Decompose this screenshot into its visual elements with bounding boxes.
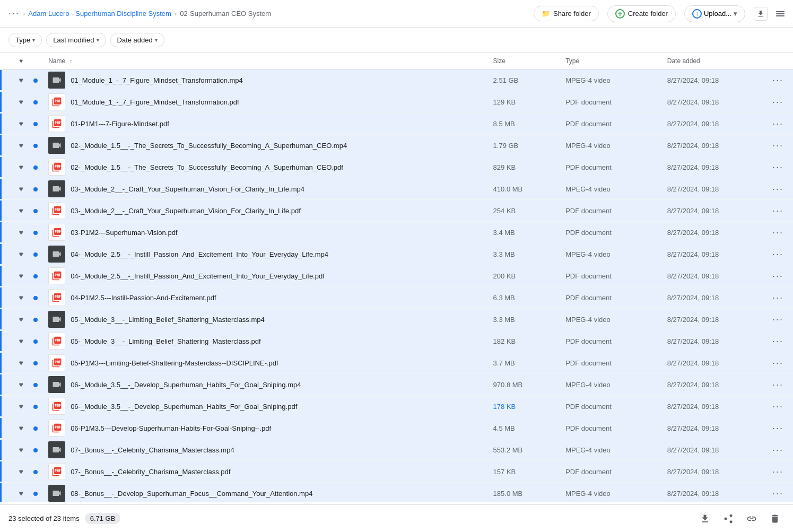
heart-icon[interactable]: ♥ [19, 250, 23, 258]
more-actions-button[interactable]: ··· [769, 335, 787, 348]
selection-dot-cell[interactable] [29, 352, 42, 374]
favorite-cell[interactable]: ♥ [13, 91, 29, 113]
table-row[interactable]: ♥ 06-P1M3.5---Develop-Superhuman-Habits-… [0, 417, 793, 439]
file-actions-cell[interactable]: ··· [763, 265, 793, 287]
file-name-cell[interactable]: 06-_Module_3.5__-_Develop_Superhuman_Hab… [42, 374, 486, 396]
table-row[interactable]: ♥ 04-_Module_2.5__-_Instill_Passion_And_… [0, 243, 793, 265]
table-row[interactable]: ♥ 01_Module_1_-_7_Figure_Mindset_Transfo… [0, 69, 793, 91]
size-column-header[interactable]: Size [487, 53, 560, 69]
more-actions-button[interactable]: ··· [769, 74, 787, 87]
table-row[interactable]: ♥ 06-_Module_3.5__-_Develop_Superhuman_H… [0, 374, 793, 396]
share-folder-button[interactable]: 📁 Share folder [534, 6, 599, 21]
selection-dot-cell[interactable] [29, 91, 42, 113]
favorite-cell[interactable]: ♥ [13, 200, 29, 222]
favorite-cell[interactable]: ♥ [13, 156, 29, 178]
selection-dot-cell[interactable] [29, 287, 42, 309]
file-name-cell[interactable]: 08-_Bonus__-_Develop_Superhuman_Focus__C… [42, 483, 486, 503]
more-actions-button[interactable]: ··· [769, 400, 787, 413]
table-row[interactable]: ♥ 07-_Bonus__-_Celebrity_Charisma_Master… [0, 439, 793, 461]
selection-dot-cell[interactable] [29, 417, 42, 439]
selection-dot-cell[interactable] [29, 265, 42, 287]
file-name-cell[interactable]: 04-P1M2.5---Instill-Passion-And-Exciteme… [42, 287, 486, 309]
table-row[interactable]: ♥ 06-_Module_3.5__-_Develop_Superhuman_H… [0, 396, 793, 417]
file-actions-cell[interactable]: ··· [763, 200, 793, 222]
create-folder-button[interactable]: + Create folder [607, 5, 676, 22]
file-name-cell[interactable]: 03-_Module_2__-_Craft_Your_Superhuman_Vi… [42, 178, 486, 200]
selection-dot-cell[interactable] [29, 69, 42, 91]
type-column-header[interactable]: Type [559, 53, 661, 69]
favorite-cell[interactable]: ♥ [13, 69, 29, 91]
table-row[interactable]: ♥ 05-_Module_3__-_Limiting_Belief_Shatte… [0, 330, 793, 352]
selection-dot-cell[interactable] [29, 113, 42, 135]
table-row[interactable]: ♥ 04-_Module_2.5__-_Instill_Passion_And_… [0, 265, 793, 287]
more-actions-button[interactable]: ··· [769, 291, 787, 304]
more-actions-button[interactable]: ··· [769, 487, 787, 500]
heart-icon[interactable]: ♥ [19, 402, 23, 411]
favorite-cell[interactable]: ♥ [13, 417, 29, 439]
last-modified-filter-button[interactable]: Last modified ▾ [46, 33, 106, 47]
table-row[interactable]: ♥ 05-P1M3---Limiting-Belief-Shattering-M… [0, 352, 793, 374]
file-actions-cell[interactable]: ··· [763, 330, 793, 352]
more-actions-button[interactable]: ··· [769, 269, 787, 283]
table-row[interactable]: ♥ 01_Module_1_-_7_Figure_Mindset_Transfo… [0, 91, 793, 113]
file-actions-cell[interactable]: ··· [763, 69, 793, 91]
heart-icon[interactable]: ♥ [19, 272, 23, 280]
file-actions-cell[interactable]: ··· [763, 439, 793, 461]
selection-dot-cell[interactable] [29, 243, 42, 265]
selection-dot-cell[interactable] [29, 309, 42, 330]
upload-button[interactable]: ↑ Upload... ▾ [684, 5, 745, 22]
favorite-cell[interactable]: ♥ [13, 135, 29, 156]
file-name-cell[interactable]: 01-P1M1---7-Figure-Mindset.pdf [42, 113, 486, 135]
file-name-cell[interactable]: 07-_Bonus__-_Celebrity_Charisma_Mastercl… [42, 439, 486, 461]
selection-dot-cell[interactable] [29, 374, 42, 396]
favorite-cell[interactable]: ♥ [13, 330, 29, 352]
file-actions-cell[interactable]: ··· [763, 352, 793, 374]
file-name-cell[interactable]: 03-_Module_2__-_Craft_Your_Superhuman_Vi… [42, 200, 486, 222]
heart-icon[interactable]: ♥ [19, 446, 23, 454]
heart-icon[interactable]: ♥ [19, 141, 23, 150]
file-name-cell[interactable]: 02-_Module_1.5__-_The_Secrets_To_Success… [42, 156, 486, 178]
selection-dot-cell[interactable] [29, 178, 42, 200]
favorite-cell[interactable]: ♥ [13, 309, 29, 330]
heart-icon[interactable]: ♥ [19, 76, 23, 84]
more-actions-button[interactable]: ··· [769, 443, 787, 457]
file-actions-cell[interactable]: ··· [763, 222, 793, 243]
favorite-cell[interactable]: ♥ [13, 483, 29, 503]
heart-icon[interactable]: ♥ [19, 163, 23, 171]
file-actions-cell[interactable]: ··· [763, 483, 793, 503]
heart-icon[interactable]: ♥ [19, 489, 23, 498]
selection-dot-cell[interactable] [29, 156, 42, 178]
upload-chevron[interactable]: ▾ [734, 10, 737, 18]
file-actions-cell[interactable]: ··· [763, 178, 793, 200]
download-button[interactable] [695, 509, 714, 528]
file-name-cell[interactable]: 06-_Module_3.5__-_Develop_Superhuman_Hab… [42, 396, 486, 417]
selection-dot-cell[interactable] [29, 222, 42, 243]
date-added-filter-button[interactable]: Date added ▾ [110, 33, 164, 47]
favorite-cell[interactable]: ♥ [13, 352, 29, 374]
heart-icon[interactable]: ♥ [19, 206, 23, 215]
table-row[interactable]: ♥ 03-P1M2---Superhuman-Vision.pdf 3.4 MB… [0, 222, 793, 243]
table-row[interactable]: ♥ 04-P1M2.5---Instill-Passion-And-Excite… [0, 287, 793, 309]
file-actions-cell[interactable]: ··· [763, 461, 793, 483]
file-name-cell[interactable]: 06-P1M3.5---Develop-Superhuman-Habits-Fo… [42, 417, 486, 439]
name-column-header[interactable]: Name ↑ [42, 53, 486, 69]
file-name-cell[interactable]: 02-_Module_1.5__-_The_Secrets_To_Success… [42, 135, 486, 156]
heart-icon[interactable]: ♥ [19, 228, 23, 237]
file-actions-cell[interactable]: ··· [763, 396, 793, 417]
selection-dot-cell[interactable] [29, 439, 42, 461]
file-actions-cell[interactable]: ··· [763, 91, 793, 113]
save-to-drive-button[interactable] [754, 7, 768, 21]
delete-button[interactable] [765, 509, 785, 528]
file-name-cell[interactable]: 03-P1M2---Superhuman-Vision.pdf [42, 222, 486, 243]
more-actions-button[interactable]: ··· [769, 139, 787, 152]
file-name-cell[interactable]: 04-_Module_2.5__-_Instill_Passion_And_Ex… [42, 265, 486, 287]
file-name-cell[interactable]: 04-_Module_2.5__-_Instill_Passion_And_Ex… [42, 243, 486, 265]
more-options-icon[interactable]: ··· [8, 8, 20, 19]
more-actions-button[interactable]: ··· [769, 95, 787, 109]
favorite-cell[interactable]: ♥ [13, 178, 29, 200]
more-actions-button[interactable]: ··· [769, 378, 787, 391]
share-button[interactable] [719, 509, 738, 528]
file-name-cell[interactable]: 07-_Bonus__-_Celebrity_Charisma_Mastercl… [42, 461, 486, 483]
more-actions-button[interactable]: ··· [769, 248, 787, 261]
file-name-cell[interactable]: 05-_Module_3__-_Limiting_Belief_Shatteri… [42, 330, 486, 352]
